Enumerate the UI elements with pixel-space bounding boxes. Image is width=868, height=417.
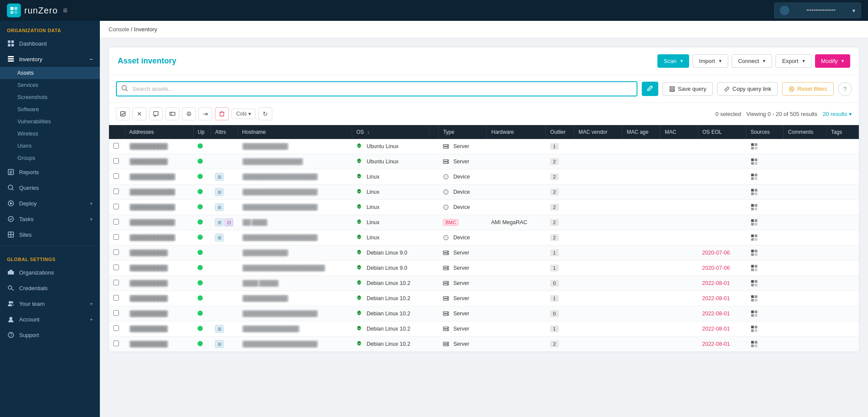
- save-query-button[interactable]: Save query: [663, 82, 713, 96]
- row-mac-age: [622, 169, 660, 185]
- row-sources: [746, 185, 783, 200]
- results-count[interactable]: 20 results ▾: [823, 111, 852, 117]
- sidebar-item-organizations[interactable]: Organizations: [0, 265, 100, 280]
- import-button[interactable]: Import: [693, 54, 728, 68]
- row-checkbox-cell[interactable]: [109, 261, 125, 276]
- sidebar-item-tasks[interactable]: Tasks +: [0, 211, 100, 227]
- col-comments[interactable]: Comments: [784, 125, 827, 139]
- scan-button[interactable]: Scan: [657, 54, 689, 68]
- cols-selector[interactable]: Cols ▾: [231, 109, 256, 119]
- col-hardware[interactable]: Hardware: [487, 125, 546, 139]
- col-attrs[interactable]: Attrs: [211, 125, 238, 139]
- connect-button[interactable]: Connect: [732, 54, 772, 68]
- row-checkbox[interactable]: [113, 265, 119, 270]
- your-team-icon: [7, 300, 15, 308]
- row-up: [193, 215, 211, 230]
- sidebar-item-software[interactable]: Software: [0, 103, 100, 116]
- col-sources[interactable]: Sources: [746, 125, 783, 139]
- user-dropdown[interactable]: •••••••••••••••• ▾: [774, 3, 861, 18]
- your-team-expand-icon[interactable]: +: [89, 301, 93, 307]
- row-checkbox[interactable]: [113, 295, 119, 301]
- sidebar-item-reports[interactable]: Reports: [0, 164, 100, 180]
- row-checkbox[interactable]: [113, 143, 119, 149]
- tag-button[interactable]: [182, 107, 196, 120]
- col-mac-age[interactable]: MAC age: [622, 125, 660, 139]
- deselect-button[interactable]: ✕: [132, 107, 146, 120]
- row-checkbox[interactable]: [113, 310, 119, 316]
- refresh-button[interactable]: ↻: [258, 107, 272, 120]
- sidebar-item-dashboard[interactable]: Dashboard: [0, 36, 100, 51]
- edit-query-button[interactable]: [642, 82, 658, 96]
- sidebar-item-sites[interactable]: Sites: [0, 227, 100, 242]
- help-button[interactable]: ?: [838, 82, 852, 96]
- row-checkbox-cell[interactable]: [109, 291, 125, 306]
- sidebar-item-queries[interactable]: Queries: [0, 180, 100, 195]
- row-checkbox-cell[interactable]: [109, 154, 125, 169]
- row-checkbox-cell[interactable]: [109, 169, 125, 185]
- sidebar-item-account[interactable]: Account +: [0, 311, 100, 327]
- breadcrumb-parent[interactable]: Console: [109, 26, 129, 33]
- row-checkbox[interactable]: [113, 325, 119, 331]
- sidebar-item-your-team[interactable]: Your team +: [0, 296, 100, 311]
- comment-button[interactable]: [149, 107, 163, 120]
- col-os[interactable]: OS ↓: [352, 125, 429, 139]
- table-row: ██████████ ██████████████████████ Debian…: [109, 261, 859, 276]
- deploy-expand-icon[interactable]: +: [89, 200, 93, 207]
- row-checkbox-cell[interactable]: [109, 200, 125, 215]
- row-checkbox-cell[interactable]: [109, 276, 125, 291]
- row-checkbox-cell[interactable]: [109, 185, 125, 200]
- account-expand-icon[interactable]: +: [89, 316, 93, 323]
- group-button[interactable]: [165, 107, 179, 120]
- row-checkbox-cell[interactable]: [109, 245, 125, 261]
- select-all-button[interactable]: [116, 107, 130, 120]
- sidebar-item-screenshots[interactable]: Screenshots: [0, 91, 100, 103]
- col-hostname[interactable]: Hostname: [238, 125, 352, 139]
- row-checkbox[interactable]: [113, 173, 119, 179]
- search-input[interactable]: [132, 82, 637, 96]
- sidebar-item-inventory[interactable]: Inventory −: [0, 51, 100, 67]
- col-addresses[interactable]: Addresses: [125, 125, 193, 139]
- row-checkbox-cell[interactable]: [109, 306, 125, 321]
- row-checkbox[interactable]: [113, 249, 119, 255]
- row-checkbox[interactable]: [113, 234, 119, 240]
- row-checkbox[interactable]: [113, 204, 119, 209]
- sidebar-item-services[interactable]: Services: [0, 79, 100, 91]
- svg-rect-9: [8, 58, 14, 60]
- copy-link-button[interactable]: Copy query link: [717, 82, 778, 96]
- sidebar-item-deploy[interactable]: Deploy +: [0, 195, 100, 211]
- col-mac[interactable]: MAC: [660, 125, 698, 139]
- export-button[interactable]: Export: [776, 54, 812, 68]
- row-tags: [826, 261, 858, 276]
- row-checkbox-cell[interactable]: [109, 321, 125, 337]
- modify-button[interactable]: Modify: [815, 54, 850, 68]
- sidebar-item-assets[interactable]: Assets: [0, 67, 100, 79]
- sidebar-item-vulnerabilities[interactable]: Vulnerabilities: [0, 116, 100, 128]
- delete-button[interactable]: [215, 107, 229, 120]
- col-mac-vendor[interactable]: MAC vendor: [574, 125, 622, 139]
- col-tags[interactable]: Tags: [826, 125, 858, 139]
- sidebar-item-groups[interactable]: Groups: [0, 152, 100, 164]
- navigate-button[interactable]: ⇥: [198, 107, 212, 120]
- col-type[interactable]: Type: [439, 125, 487, 139]
- col-outlier[interactable]: Outlier: [546, 125, 574, 139]
- row-os-eol: 2022-08-01: [698, 291, 746, 306]
- row-checkbox[interactable]: [113, 189, 119, 194]
- reset-filters-button[interactable]: Reset filters: [782, 82, 834, 96]
- sidebar-item-wireless[interactable]: Wireless: [0, 128, 100, 140]
- row-checkbox[interactable]: [113, 341, 119, 346]
- row-checkbox-cell[interactable]: [109, 215, 125, 230]
- row-checkbox-cell[interactable]: [109, 230, 125, 245]
- tasks-expand-icon[interactable]: +: [89, 216, 93, 222]
- sidebar-item-credentials[interactable]: Credentials: [0, 280, 100, 296]
- row-addr: ████████████: [125, 169, 193, 185]
- sidebar-item-users[interactable]: Users: [0, 140, 100, 152]
- row-checkbox-cell[interactable]: [109, 139, 125, 154]
- row-checkbox[interactable]: [113, 158, 119, 164]
- row-checkbox[interactable]: [113, 280, 119, 285]
- col-os-eol[interactable]: OS EOL: [698, 125, 746, 139]
- row-checkbox-cell[interactable]: [109, 337, 125, 352]
- col-up[interactable]: Up: [193, 125, 211, 139]
- sidebar-item-support[interactable]: ? Support: [0, 327, 100, 343]
- hamburger-icon[interactable]: ≡: [63, 6, 68, 15]
- row-checkbox[interactable]: [113, 219, 119, 225]
